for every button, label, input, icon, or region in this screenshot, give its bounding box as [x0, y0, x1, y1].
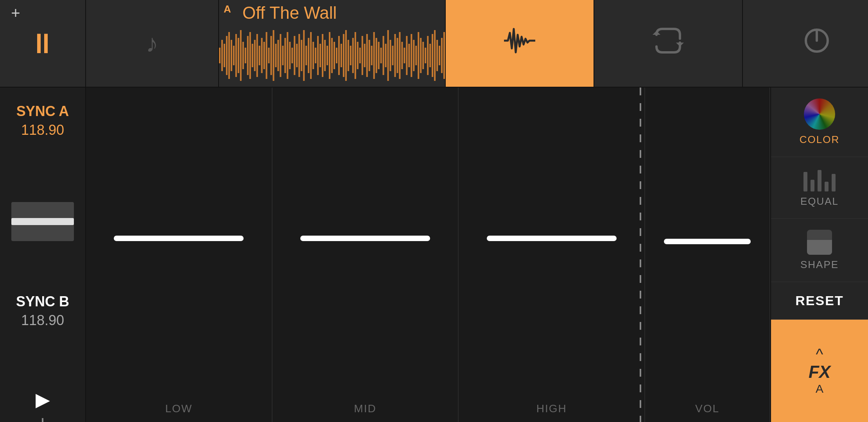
waveform-svg [219, 24, 445, 87]
svg-rect-21 [268, 48, 270, 63]
svg-rect-52 [341, 44, 342, 67]
color-label: COLOR [800, 134, 839, 146]
svg-rect-0 [219, 48, 221, 63]
svg-rect-18 [261, 38, 263, 73]
sync-icon [803, 27, 830, 60]
main-content: SYNC A 118.90 SYNC B 118.90 ▶ LOW [0, 88, 868, 422]
svg-rect-26 [280, 34, 281, 77]
waveform-display: A Off The Wall [219, 0, 446, 87]
svg-rect-85 [418, 32, 419, 79]
svg-rect-58 [355, 32, 356, 79]
svg-rect-56 [350, 46, 352, 65]
sync-button[interactable] [743, 0, 868, 87]
eq-panel-vol-inner[interactable] [645, 88, 769, 395]
svg-rect-62 [364, 44, 366, 67]
sidebar-color-item[interactable]: COLOR [771, 88, 868, 157]
sync-a-bpm: 118.90 [8, 122, 77, 138]
svg-rect-69 [380, 48, 382, 63]
track-name: Off The Wall [242, 3, 337, 23]
reset-label: RESET [795, 293, 843, 308]
eq-panel-low[interactable]: LOW [86, 88, 273, 422]
svg-rect-60 [359, 48, 361, 63]
dashed-divider [640, 88, 641, 422]
svg-rect-47 [329, 32, 330, 79]
shape-label: SHAPE [800, 259, 839, 271]
svg-rect-33 [296, 44, 298, 67]
svg-rect-82 [411, 34, 412, 77]
svg-rect-63 [366, 34, 368, 77]
track-letter: A [224, 3, 231, 15]
svg-rect-53 [343, 34, 344, 77]
play-button-container[interactable]: ▶ [8, 381, 77, 410]
svg-rect-66 [373, 32, 375, 79]
eq-bar-1 [803, 172, 807, 191]
loop-button[interactable] [594, 0, 743, 87]
svg-rect-29 [287, 32, 288, 79]
svg-rect-28 [284, 38, 286, 73]
svg-rect-15 [254, 40, 256, 71]
svg-rect-35 [301, 40, 302, 71]
equalizer-icon [803, 168, 836, 191]
svg-rect-17 [259, 46, 260, 65]
svg-rect-45 [324, 40, 326, 71]
svg-rect-2 [224, 44, 225, 67]
pitch-slider-container[interactable] [8, 202, 77, 241]
svg-rect-10 [242, 42, 244, 69]
eq-panel-mid-inner[interactable] [273, 88, 458, 395]
svg-rect-91 [432, 34, 433, 77]
svg-rect-65 [371, 46, 373, 65]
pitch-slider-track[interactable] [11, 202, 74, 241]
svg-rect-37 [305, 46, 307, 65]
svg-rect-78 [401, 42, 403, 69]
svg-rect-54 [345, 30, 347, 81]
eq-high-knob[interactable] [487, 236, 617, 241]
sync-b-label[interactable]: SYNC B [8, 293, 77, 310]
svg-rect-39 [310, 32, 312, 79]
eq-panel-high[interactable]: HIGH [459, 88, 645, 422]
svg-rect-32 [294, 36, 295, 75]
eq-panel-mid[interactable]: MID [273, 88, 459, 422]
sync-a-label[interactable]: SYNC A [8, 103, 77, 120]
sidebar-shape-item[interactable]: SHAPE [771, 219, 868, 282]
sidebar-reset-item[interactable]: RESET [771, 282, 868, 320]
waveform-tab-button[interactable] [446, 0, 594, 87]
eq-panel-low-inner[interactable] [86, 88, 272, 395]
svg-rect-88 [425, 48, 426, 63]
loop-icon [653, 27, 684, 60]
eq-panels: LOW MID HIGH VOL [86, 88, 770, 422]
sidebar-equal-item[interactable]: EQUAL [771, 157, 868, 219]
right-sidebar: COLOR EQUAL SHAPE RESET ^ FX A [770, 88, 868, 422]
svg-rect-73 [389, 40, 391, 71]
fx-chevron-icon: ^ [816, 346, 823, 362]
svg-rect-70 [383, 36, 384, 75]
pitch-slider-thumb[interactable] [11, 218, 74, 225]
eq-vol-knob[interactable] [664, 239, 751, 244]
svg-rect-83 [413, 40, 414, 71]
svg-rect-77 [399, 32, 400, 79]
eq-mid-knob[interactable] [300, 236, 430, 241]
svg-rect-7 [235, 34, 237, 77]
svg-rect-23 [273, 30, 274, 81]
eq-low-knob[interactable] [114, 236, 244, 241]
svg-rect-64 [369, 40, 370, 71]
svg-rect-40 [312, 42, 314, 69]
eq-vol-label: VOL [645, 395, 769, 422]
music-button[interactable]: ♪ [86, 0, 219, 87]
svg-rect-80 [406, 36, 407, 75]
fx-button[interactable]: ^ FX A [771, 320, 868, 422]
svg-rect-48 [331, 38, 333, 73]
play-icon[interactable]: ▶ [36, 388, 50, 410]
eq-panel-high-inner[interactable] [459, 88, 644, 395]
svg-rect-38 [308, 38, 309, 73]
svg-rect-44 [322, 34, 323, 77]
eq-bar-2 [811, 180, 814, 191]
eq-panel-vol[interactable]: VOL [645, 88, 770, 422]
svg-rect-4 [228, 32, 230, 79]
svg-rect-19 [264, 42, 265, 69]
svg-rect-25 [277, 40, 279, 71]
svg-rect-57 [352, 38, 354, 73]
svg-rect-93 [436, 40, 438, 71]
svg-rect-30 [289, 42, 291, 69]
svg-rect-89 [427, 36, 429, 75]
add-button[interactable]: + [0, 3, 31, 23]
